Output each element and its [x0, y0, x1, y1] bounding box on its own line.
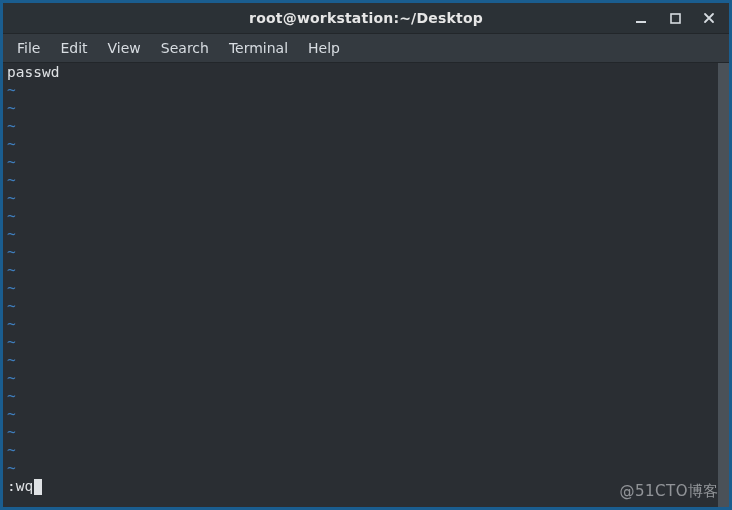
empty-line-marker: ~	[7, 459, 715, 477]
empty-line-marker: ~	[7, 441, 715, 459]
empty-line-marker: ~	[7, 225, 715, 243]
svg-rect-1	[671, 14, 680, 23]
terminal-output[interactable]: passwd~~~~~~~~~~~~~~~~~~~~~~:wq	[3, 63, 717, 507]
vim-command-text: :wq	[7, 477, 33, 495]
empty-line-marker: ~	[7, 369, 715, 387]
empty-line-marker: ~	[7, 135, 715, 153]
menu-search[interactable]: Search	[151, 36, 219, 60]
text-cursor	[34, 479, 42, 495]
menu-edit[interactable]: Edit	[50, 36, 97, 60]
empty-line-marker: ~	[7, 423, 715, 441]
empty-line-marker: ~	[7, 387, 715, 405]
menu-help[interactable]: Help	[298, 36, 350, 60]
empty-line-marker: ~	[7, 297, 715, 315]
close-button[interactable]	[699, 8, 719, 28]
menu-file[interactable]: File	[7, 36, 50, 60]
empty-line-marker: ~	[7, 189, 715, 207]
window-title: root@workstation:~/Desktop	[249, 10, 483, 26]
scrollbar-thumb[interactable]	[718, 63, 729, 507]
svg-rect-0	[636, 21, 646, 23]
menu-view[interactable]: View	[98, 36, 151, 60]
empty-line-marker: ~	[7, 261, 715, 279]
empty-line-marker: ~	[7, 351, 715, 369]
empty-line-marker: ~	[7, 279, 715, 297]
empty-line-marker: ~	[7, 333, 715, 351]
empty-line-marker: ~	[7, 315, 715, 333]
window-controls	[625, 3, 725, 33]
empty-line-marker: ~	[7, 243, 715, 261]
menubar: File Edit View Search Terminal Help	[3, 34, 729, 63]
scrollbar[interactable]	[717, 63, 729, 507]
terminal-area[interactable]: passwd~~~~~~~~~~~~~~~~~~~~~~:wq @51CTO博客	[3, 63, 729, 507]
empty-line-marker: ~	[7, 99, 715, 117]
file-content-line: passwd	[7, 63, 715, 81]
empty-line-marker: ~	[7, 153, 715, 171]
titlebar: root@workstation:~/Desktop	[3, 3, 729, 34]
maximize-button[interactable]	[665, 8, 685, 28]
minimize-button[interactable]	[631, 8, 651, 28]
minimize-icon	[635, 12, 647, 24]
empty-line-marker: ~	[7, 405, 715, 423]
maximize-icon	[670, 13, 681, 24]
empty-line-marker: ~	[7, 81, 715, 99]
menu-terminal[interactable]: Terminal	[219, 36, 298, 60]
empty-line-marker: ~	[7, 207, 715, 225]
vim-command-line[interactable]: :wq	[7, 477, 715, 495]
empty-line-marker: ~	[7, 117, 715, 135]
empty-line-marker: ~	[7, 171, 715, 189]
close-icon	[703, 12, 715, 24]
terminal-window: root@workstation:~/Desktop File Edit Vie…	[0, 0, 732, 510]
